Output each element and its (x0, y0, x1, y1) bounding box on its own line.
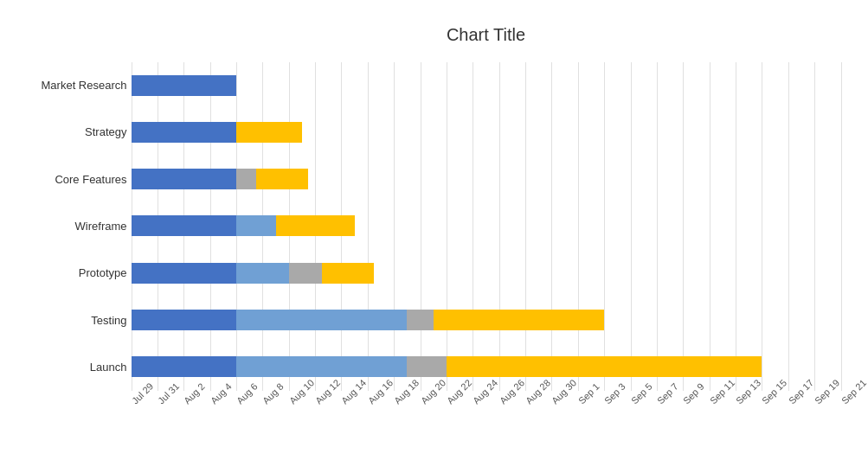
row-label: Core Features (15, 173, 127, 186)
bar-segment-blue_dark (132, 169, 236, 189)
bar-area (132, 122, 841, 143)
rows-container: Market ResearchStrategyCore FeaturesWire… (132, 62, 841, 391)
chart-row: Prototype (132, 250, 841, 297)
x-axis: Jul 29Jul 31Aug 2Aug 4Aug 6Aug 8Aug 10Au… (132, 394, 841, 438)
bar-segment-blue_light (236, 310, 407, 330)
bar-segment-gray (236, 169, 256, 189)
chart-row: Strategy (132, 109, 841, 156)
bar-segment-blue_dark (132, 75, 236, 96)
row-label: Strategy (15, 125, 127, 138)
bar-segment-gray (407, 356, 447, 377)
bar-segment-gray (289, 263, 322, 284)
bar-area (132, 356, 841, 377)
bar-segment-yellow (256, 169, 309, 189)
grid-line (841, 62, 842, 391)
bar-area (132, 310, 841, 330)
bar-area (132, 169, 841, 189)
row-label: Launch (15, 361, 127, 374)
chart-row: Testing (132, 297, 841, 343)
bar-segment-yellow (322, 263, 375, 284)
bar-area (132, 263, 841, 284)
chart-row: Core Features (132, 156, 841, 202)
chart-row: Market Research (132, 62, 841, 109)
bar-segment-yellow (434, 310, 604, 330)
chart-row: Wireframe (132, 202, 841, 249)
chart-container: Chart Title Market ResearchStrategyCore … (10, 8, 858, 466)
bar-segment-yellow (236, 122, 302, 143)
row-label: Prototype (15, 266, 127, 279)
bar-segment-blue_dark (132, 310, 236, 330)
bar-segment-blue_dark (132, 356, 236, 377)
bar-segment-blue_dark (132, 263, 236, 284)
chart-title: Chart Title (132, 25, 841, 45)
bar-segment-blue_light (236, 356, 407, 377)
bar-area (132, 75, 841, 96)
bar-segment-blue_dark (132, 215, 236, 236)
row-label: Market Research (15, 79, 127, 92)
bar-segment-yellow (276, 215, 355, 236)
chart-area: Market ResearchStrategyCore FeaturesWire… (132, 62, 841, 391)
bar-segment-gray (407, 310, 433, 330)
bar-area (132, 215, 841, 236)
bar-segment-blue_light (236, 215, 276, 236)
bar-segment-blue_dark (132, 122, 236, 143)
row-label: Wireframe (15, 220, 127, 233)
bar-segment-blue_light (236, 263, 289, 284)
row-label: Testing (15, 314, 127, 327)
x-axis-label: Sep 21 (839, 377, 868, 406)
bar-segment-yellow (447, 356, 762, 377)
